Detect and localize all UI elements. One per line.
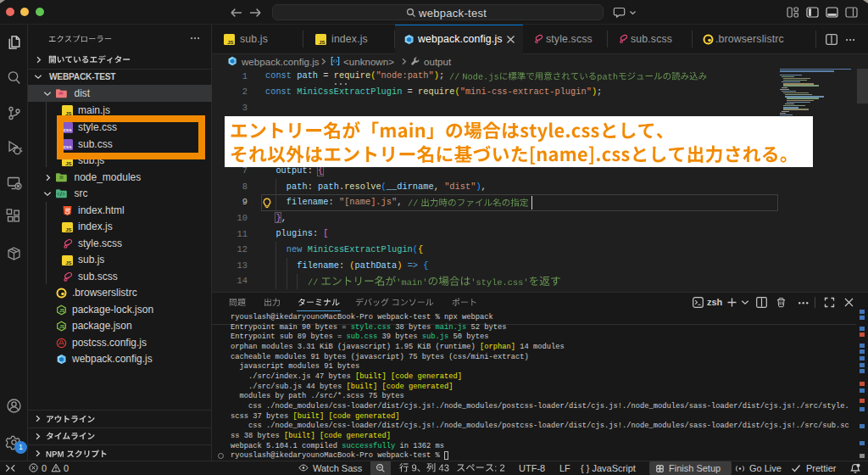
- svg-text:JS: JS: [59, 324, 65, 329]
- svg-text:JS: JS: [59, 307, 65, 312]
